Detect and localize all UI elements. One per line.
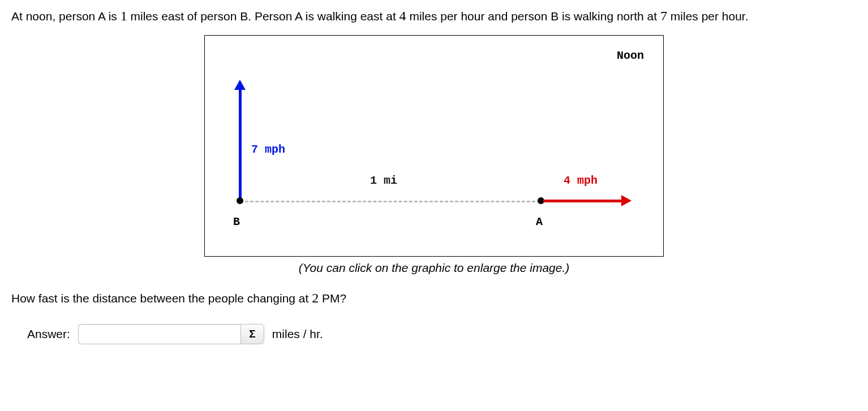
question-text: How fast is the distance between the peo… bbox=[11, 289, 857, 307]
problem-text: At noon, person A is bbox=[11, 10, 121, 23]
answer-input-group: Σ bbox=[78, 324, 264, 344]
question-time: 2 bbox=[312, 291, 319, 305]
sigma-icon: Σ bbox=[249, 327, 255, 341]
distance-value: 1 bbox=[121, 8, 127, 23]
distance-label: 1 mi bbox=[370, 173, 397, 188]
speed-b-label: 7 mph bbox=[251, 142, 285, 157]
answer-input[interactable] bbox=[78, 324, 240, 344]
problem-text: miles east of person B. Person A is walk… bbox=[127, 10, 399, 23]
speed-a-value: 4 bbox=[399, 8, 406, 23]
problem-statement: At noon, person A is 1 miles east of per… bbox=[11, 7, 857, 25]
question-after: PM? bbox=[319, 292, 346, 305]
vector-b-north-line bbox=[239, 88, 242, 200]
figure-caption: (You can click on the graphic to enlarge… bbox=[11, 260, 857, 276]
speed-b-value: 7 bbox=[660, 8, 667, 23]
equation-editor-button[interactable]: Σ bbox=[240, 324, 264, 344]
answer-units: miles / hr. bbox=[272, 326, 323, 342]
problem-text: miles per hour and person B is walking n… bbox=[406, 10, 660, 23]
vector-a-east-line bbox=[543, 200, 622, 202]
answer-row: Answer: Σ miles / hr. bbox=[11, 324, 857, 344]
question-before: How fast is the distance between the peo… bbox=[11, 292, 312, 305]
point-b-dot bbox=[237, 197, 243, 204]
point-a-label: A bbox=[536, 214, 543, 230]
distance-dashed-line bbox=[240, 201, 540, 202]
problem-text: miles per hour. bbox=[667, 10, 749, 23]
answer-label: Answer: bbox=[27, 326, 70, 342]
noon-label: Noon bbox=[617, 48, 644, 63]
arrow-up-icon bbox=[234, 80, 246, 90]
diagram-figure[interactable]: Noon 7 mph 1 mi B A 4 mph bbox=[204, 35, 664, 257]
speed-a-label: 4 mph bbox=[564, 173, 598, 188]
arrow-right-icon bbox=[621, 195, 631, 206]
point-b-label: B bbox=[233, 214, 240, 230]
